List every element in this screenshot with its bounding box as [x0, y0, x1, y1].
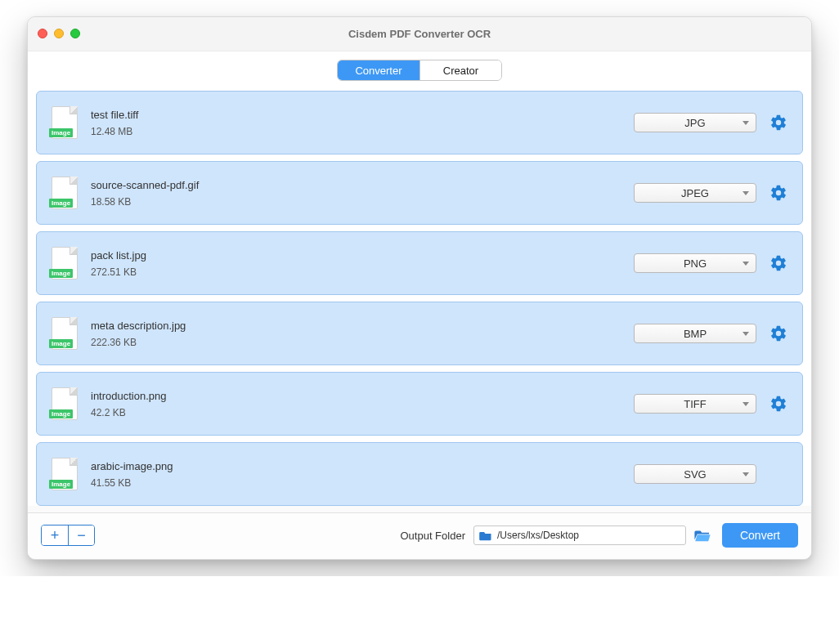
file-row[interactable]: Imagesource-scanned-pdf.gif18.58 KBJPEG [36, 161, 803, 225]
image-file-icon: Image [52, 177, 78, 209]
chevron-down-icon [743, 472, 749, 476]
file-row[interactable]: Imagearabic-image.png41.55 KBSVG [36, 442, 803, 506]
app-window: Cisdem PDF Converter OCR Converter Creat… [27, 16, 812, 560]
output-format-value: TIFF [684, 398, 706, 410]
titlebar: Cisdem PDF Converter OCR [28, 17, 811, 51]
maximize-window-button[interactable] [70, 29, 80, 38]
file-info: pack list.jpg272.51 KB [91, 249, 621, 278]
browse-folder-button[interactable] [694, 529, 711, 542]
output-format-value: PNG [684, 257, 707, 270]
file-name: introduction.png [91, 390, 621, 402]
file-size: 222.36 KB [91, 337, 621, 348]
gear-icon[interactable] [769, 184, 787, 202]
file-info: meta description.jpg222.36 KB [91, 320, 621, 348]
file-size: 41.55 KB [91, 477, 621, 489]
output-folder-label: Output Folder [400, 530, 465, 542]
gear-icon[interactable] [769, 324, 787, 342]
folder-icon [479, 530, 492, 541]
file-name: arabic-image.png [91, 460, 621, 472]
output-format-select[interactable]: PNG [634, 253, 756, 273]
output-format-select[interactable]: BMP [634, 324, 756, 343]
output-format-value: BMP [684, 328, 707, 340]
add-file-button[interactable]: + [42, 525, 68, 545]
add-remove-group: + − [41, 525, 95, 546]
file-type-badge: Image [49, 128, 73, 137]
file-size: 12.48 MB [91, 126, 621, 137]
file-type-badge: Image [49, 199, 73, 208]
minimize-window-button[interactable] [54, 29, 64, 38]
convert-button[interactable]: Convert [722, 523, 798, 548]
file-list: Imagetest file.tiff12.48 MBJPGImagesourc… [28, 91, 811, 506]
output-format-select[interactable]: JPEG [634, 183, 756, 203]
file-info: source-scanned-pdf.gif18.58 KB [91, 179, 621, 208]
gear-icon[interactable] [769, 114, 787, 132]
output-folder-group: Output Folder /Users/lxs/Desktop [106, 525, 711, 545]
file-info: introduction.png42.2 KB [91, 390, 621, 418]
file-info: test file.tiff12.48 MB [91, 109, 621, 137]
remove-file-button[interactable]: − [68, 525, 94, 545]
output-format-value: JPEG [681, 187, 709, 199]
output-format-value: JPG [684, 117, 705, 129]
image-file-icon: Image [52, 387, 78, 420]
image-file-icon: Image [52, 458, 78, 490]
file-name: source-scanned-pdf.gif [91, 179, 621, 191]
gear-icon[interactable] [769, 395, 787, 413]
file-info: arabic-image.png41.55 KB [91, 460, 621, 489]
file-type-badge: Image [49, 269, 73, 278]
file-size: 42.2 KB [91, 407, 621, 418]
file-type-badge: Image [49, 339, 73, 348]
mode-segmented-control: Converter Creator [337, 60, 502, 81]
image-file-icon: Image [52, 106, 78, 139]
image-file-icon: Image [52, 247, 78, 280]
image-file-icon: Image [52, 317, 78, 350]
chevron-down-icon [743, 121, 749, 125]
file-size: 18.58 KB [91, 196, 621, 208]
file-row[interactable]: Imageintroduction.png42.2 KBTIFF [36, 372, 803, 436]
chevron-down-icon [743, 332, 749, 336]
file-row[interactable]: Imagepack list.jpg272.51 KBPNG [36, 231, 803, 295]
close-window-button[interactable] [38, 29, 47, 38]
gear-icon[interactable] [769, 254, 787, 272]
file-name: pack list.jpg [91, 249, 621, 262]
file-row[interactable]: Imagetest file.tiff12.48 MBJPG [36, 91, 803, 154]
output-format-select[interactable]: JPG [634, 113, 756, 132]
output-format-value: SVG [684, 468, 706, 481]
tab-converter[interactable]: Converter [338, 60, 420, 80]
file-name: meta description.jpg [91, 320, 621, 332]
output-format-select[interactable]: SVG [634, 464, 756, 484]
tab-creator[interactable]: Creator [420, 60, 501, 80]
output-format-select[interactable]: TIFF [634, 394, 756, 414]
chevron-down-icon [743, 402, 749, 406]
file-row[interactable]: Imagemeta description.jpg222.36 KBBMP [36, 302, 803, 365]
chevron-down-icon [743, 191, 749, 195]
chevron-down-icon [743, 262, 749, 266]
output-folder-path: /Users/lxs/Desktop [497, 530, 579, 541]
file-name: test file.tiff [91, 109, 621, 121]
footer: + − Output Folder /Users/lxs/Desktop Con… [28, 512, 811, 559]
output-folder-field[interactable]: /Users/lxs/Desktop [473, 525, 686, 545]
file-type-badge: Image [49, 409, 73, 418]
window-title: Cisdem PDF Converter OCR [348, 28, 491, 40]
traffic-lights [38, 29, 80, 38]
file-type-badge: Image [49, 480, 73, 489]
mode-tabbar: Converter Creator [28, 51, 811, 91]
file-size: 272.51 KB [91, 266, 621, 278]
